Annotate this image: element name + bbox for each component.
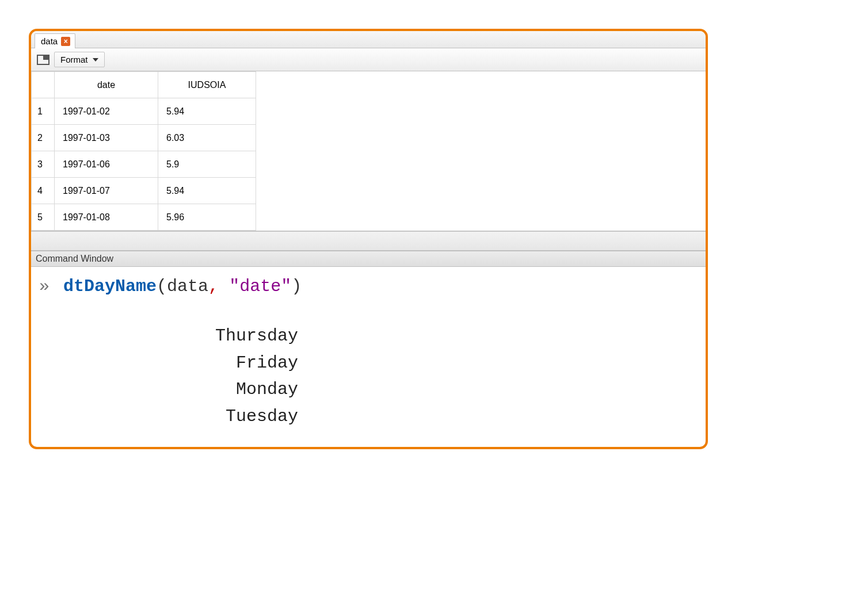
command-output: Thursday Friday Monday Tuesday (39, 323, 698, 430)
row-number: 4 (32, 178, 55, 204)
table-row[interactable]: 5 1997-01-08 5.96 (32, 204, 256, 231)
space (219, 277, 229, 296)
data-table-wrap: date IUDSOIA 1 1997-01-02 5.94 2 1997-01… (31, 71, 706, 231)
app-frame: data × Format date IUDSOIA 1 1997-01- (29, 29, 708, 449)
format-dropdown[interactable]: Format (54, 52, 105, 67)
cell-value[interactable]: 6.03 (158, 125, 256, 151)
toolbar: Format (31, 48, 706, 71)
row-number: 3 (32, 151, 55, 178)
data-table[interactable]: date IUDSOIA 1 1997-01-02 5.94 2 1997-01… (31, 71, 256, 231)
table-row[interactable]: 4 1997-01-07 5.94 (32, 178, 256, 204)
output-line: Friday (160, 350, 298, 377)
prompt-icon: » (39, 277, 49, 296)
command-window-body[interactable]: » dtDayName(data, "date") Thursday Frida… (31, 267, 706, 447)
cell-value[interactable]: 5.9 (158, 151, 256, 178)
row-number: 2 (32, 125, 55, 151)
row-number: 5 (32, 204, 55, 231)
cell-value[interactable]: 5.94 (158, 98, 256, 125)
table-row[interactable]: 3 1997-01-06 5.9 (32, 151, 256, 178)
corner-cell (32, 72, 55, 98)
tab-bar: data × (31, 31, 706, 48)
cell-date[interactable]: 1997-01-07 (55, 178, 158, 204)
cell-date[interactable]: 1997-01-08 (55, 204, 158, 231)
output-line: Tuesday (160, 403, 298, 430)
format-label: Format (60, 55, 88, 64)
cell-date[interactable]: 1997-01-06 (55, 151, 158, 178)
col-header-date[interactable]: date (55, 72, 158, 98)
col-header-value[interactable]: IUDSOIA (158, 72, 256, 98)
row-number: 1 (32, 98, 55, 125)
tab-data[interactable]: data × (35, 33, 75, 48)
comma: , (208, 277, 219, 296)
cell-value[interactable]: 5.94 (158, 178, 256, 204)
command-line[interactable]: » dtDayName(data, "date") (39, 274, 698, 300)
dock-icon[interactable] (37, 55, 49, 65)
command-arg2: "date" (229, 277, 291, 296)
table-header-row: date IUDSOIA (32, 72, 256, 98)
table-row[interactable]: 2 1997-01-03 6.03 (32, 125, 256, 151)
command-function: dtDayName (63, 277, 157, 296)
output-line: Monday (160, 376, 298, 403)
close-icon[interactable]: × (61, 37, 70, 46)
close-paren: ) (291, 277, 302, 296)
table-row[interactable]: 1 1997-01-02 5.94 (32, 98, 256, 125)
chevron-down-icon (93, 58, 98, 62)
command-arg1: data (167, 277, 208, 296)
cell-date[interactable]: 1997-01-02 (55, 98, 158, 125)
command-window-title: Command Window (31, 251, 706, 267)
output-line: Thursday (160, 323, 298, 350)
cell-date[interactable]: 1997-01-03 (55, 125, 158, 151)
tab-label: data (41, 36, 58, 46)
pane-divider[interactable] (31, 231, 706, 251)
open-paren: ( (157, 277, 167, 296)
cell-value[interactable]: 5.96 (158, 204, 256, 231)
